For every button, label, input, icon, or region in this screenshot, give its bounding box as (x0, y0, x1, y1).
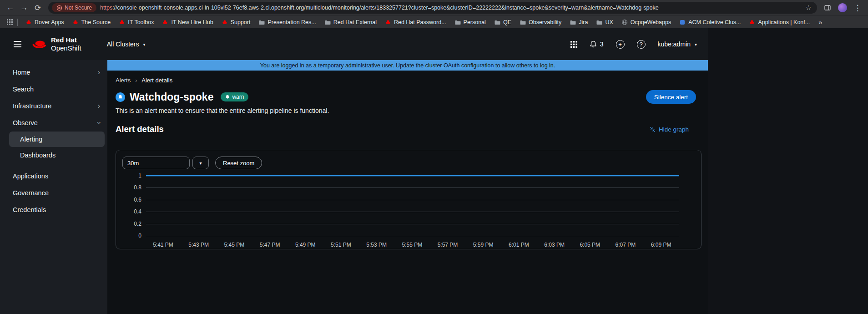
x-axis-tick-label: 5:43 PM (188, 242, 209, 248)
sidebar-item-label: Credentials (13, 206, 46, 213)
bookmark-label: The Source (81, 19, 111, 25)
browser-toolbar: ← → ⟳ Not Secure https://console-openshi… (0, 0, 868, 15)
bookmark-label: IT Toolbox (128, 19, 154, 25)
bookmark-item[interactable]: Red Hat External (320, 19, 381, 25)
bookmark-item[interactable]: Presentation Res... (254, 19, 320, 25)
bookmark-label: Support (231, 19, 251, 25)
sidebar-item-credentials[interactable]: Credentials (0, 201, 107, 218)
sidebar-item-observe[interactable]: Observe› (0, 114, 107, 131)
not-secure-chip[interactable]: Not Secure (52, 3, 96, 12)
profile-avatar[interactable] (838, 3, 847, 12)
x-axis-tick-label: 6:09 PM (651, 242, 671, 248)
grid-line (146, 224, 679, 224)
hide-graph-link[interactable]: Hide graph (650, 126, 689, 133)
folder-icon (494, 19, 500, 25)
bookmark-label: UX (605, 19, 613, 25)
bookmark-item[interactable]: ACM Coletive Clus... (675, 19, 745, 25)
x-axis-tick-label: 5:41 PM (153, 242, 173, 248)
cluster-selector-dropdown[interactable]: All Clusters ▾ (107, 41, 146, 48)
x-axis-tick-label: 5:51 PM (331, 242, 351, 248)
bookmarks-overflow-chevron[interactable]: » (814, 18, 827, 26)
sidebar-item-label: Infrastructure (13, 102, 51, 110)
back-button[interactable]: ← (4, 1, 17, 14)
redhat-openshift-logo[interactable]: Red Hat OpenShift (31, 36, 81, 52)
bookmark-label: ACM Coletive Clus... (688, 19, 741, 25)
alert-description: This is an alert meant to ensure that th… (116, 107, 701, 114)
oauth-config-link[interactable]: cluster OAuth configuration (425, 62, 494, 69)
chevron-right-icon: › (98, 102, 100, 110)
redhat-icon (222, 19, 228, 25)
bookmark-item[interactable]: QE (490, 19, 515, 25)
sidebar-item-label: Alerting (20, 136, 42, 143)
masthead-utilities: 3 + ? kube:admin ▾ (570, 40, 697, 49)
bookmark-item[interactable]: Personal (450, 19, 490, 25)
side-panel-icon[interactable] (821, 1, 834, 14)
sidebar-item-label: Observe (13, 119, 38, 127)
bookmark-label: Applications | Konf... (758, 19, 810, 25)
y-axis-tick-label: 0.8 (134, 184, 141, 191)
openshift-console: Red Hat OpenShift All Clusters ▾ 3 + ? k… (0, 28, 708, 314)
compress-icon (650, 127, 656, 132)
redhat-icon (162, 19, 168, 25)
bookmark-item[interactable]: OcpqeWebapps (617, 19, 675, 25)
bookmark-item[interactable]: Observability (515, 19, 565, 25)
bookmark-label: Red Hat External (333, 19, 377, 25)
bookmark-item[interactable]: Red Hat Password... (381, 19, 450, 25)
time-range-dropdown-toggle[interactable]: ▾ (192, 157, 209, 169)
quick-create-icon[interactable]: + (616, 40, 625, 49)
app-launcher-icon[interactable] (570, 41, 577, 48)
sidebar-item-governance[interactable]: Governance (0, 184, 107, 201)
bookmark-item[interactable]: The Source (68, 19, 115, 25)
sidebar-item-label: Applications (13, 172, 48, 180)
redhat-icon (119, 19, 125, 25)
bookmark-item[interactable]: Support (217, 19, 255, 25)
bookmark-item[interactable]: IT Toolbox (115, 19, 158, 25)
sidebar-item-label: Governance (13, 189, 49, 197)
x-axis-tick-label: 5:55 PM (402, 242, 422, 248)
x-axis-labels: 5:41 PM5:43 PM5:45 PM5:47 PM5:49 PM5:51 … (146, 239, 679, 248)
bookmark-item[interactable]: Applications | Konf... (745, 19, 814, 25)
sidebar-item-home[interactable]: Home› (0, 64, 107, 81)
user-menu[interactable]: kube:admin ▾ (658, 41, 697, 48)
forward-button[interactable]: → (17, 1, 31, 14)
time-range-input[interactable] (122, 157, 190, 169)
omnibox[interactable]: Not Secure https://console-openshift-con… (48, 2, 817, 14)
browser-menu-icon[interactable]: ⋮ (851, 1, 864, 14)
grid-line (146, 200, 679, 200)
breadcrumb-alerts-link[interactable]: Alerts (116, 77, 131, 84)
sidebar-item-applications[interactable]: Applications (0, 167, 107, 184)
bookmark-star-icon[interactable]: ☆ (803, 4, 814, 12)
chevron-down-icon: ▾ (695, 42, 697, 47)
sidebar-item-dashboards[interactable]: Dashboards (9, 147, 105, 163)
sidebar-item-infrastructure[interactable]: Infrastructure› (0, 97, 107, 114)
sidebar-item-alerting[interactable]: Alerting (9, 132, 105, 147)
nav-toggle-icon[interactable] (11, 38, 24, 50)
sidebar-item-search[interactable]: Search (0, 81, 107, 97)
apps-grid-icon[interactable] (5, 16, 15, 29)
reload-button[interactable]: ⟳ (31, 1, 45, 14)
bookmark-item[interactable]: Jira (565, 19, 592, 25)
folder-icon (570, 19, 576, 25)
graph-card: ▾ Reset zoom 00.20.40.60.81 5:41 PM5:43 … (116, 150, 701, 249)
brand-text: Red Hat OpenShift (51, 36, 81, 52)
help-icon[interactable]: ? (637, 40, 646, 49)
redhat-icon (385, 19, 391, 25)
notifications-button[interactable]: 3 (590, 41, 604, 48)
bell-icon (590, 41, 597, 48)
bookmark-item[interactable]: UX (592, 19, 617, 25)
page-title: Watchdog-spoke (130, 91, 213, 103)
bookmark-label: Rover Apps (35, 19, 64, 25)
silence-alert-button[interactable]: Silence alert (646, 90, 696, 104)
sidebar-item-label: Home (13, 69, 30, 76)
x-axis-tick-label: 5:57 PM (438, 242, 458, 248)
bell-icon (225, 95, 230, 99)
sidebar-item-label: Search (13, 86, 34, 93)
folder-icon (596, 19, 602, 25)
bookmarks-list: Rover AppsThe SourceIT ToolboxIT New Hir… (21, 19, 814, 25)
not-secure-label: Not Secure (65, 5, 92, 11)
bookmark-item[interactable]: Rover Apps (21, 19, 68, 25)
bookmark-item[interactable]: IT New Hire Hub (158, 19, 217, 25)
chevron-right-icon: › (135, 77, 137, 84)
globe-icon (621, 19, 628, 25)
reset-zoom-button[interactable]: Reset zoom (215, 157, 262, 169)
